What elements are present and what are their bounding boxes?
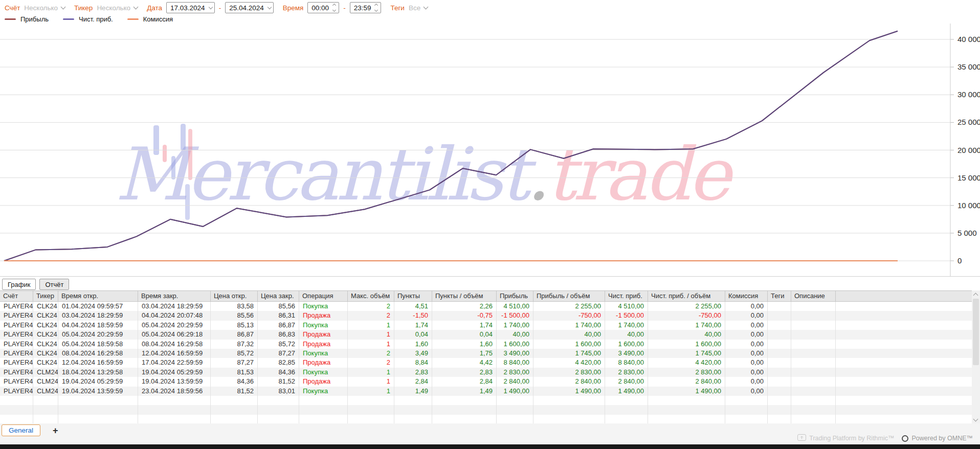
table-cell: Продажа: [299, 358, 348, 367]
table-cell: -0,75: [432, 311, 497, 320]
scroll-down-icon[interactable]: [973, 417, 978, 422]
table-scrollbar[interactable]: [972, 290, 980, 424]
tab-chart[interactable]: График: [2, 279, 36, 290]
table-row[interactable]: PLAYER4CLM2419.04.2024 13:59:5923.04.202…: [0, 387, 972, 396]
table-cell: 85,72: [211, 349, 258, 358]
account-filter-label: Счёт: [5, 4, 20, 12]
table-cell: 4,51: [394, 302, 432, 311]
table-cell: Покупка: [299, 368, 348, 377]
table-cell: [791, 415, 836, 424]
column-header[interactable]: Прибыль: [497, 291, 533, 301]
column-header[interactable]: Счёт: [0, 291, 33, 301]
table-cell: 85,13: [211, 321, 258, 330]
table-cell: 40,00: [497, 330, 533, 339]
column-header[interactable]: Операция: [299, 291, 348, 301]
table-row[interactable]: PLAYER4CLK2404.04.2024 18:59:5905.04.202…: [0, 321, 972, 330]
column-header[interactable]: Чист. приб. / объём: [648, 291, 725, 301]
table-row[interactable]: [0, 405, 972, 414]
tags-filter-dropdown[interactable]: Все: [409, 4, 428, 12]
table-cell: 2,84: [394, 377, 432, 386]
table-cell: 4 420,00: [648, 358, 725, 367]
time-to-spinner[interactable]: [374, 4, 378, 11]
time-to-input[interactable]: 23:59: [350, 2, 382, 13]
date-to-input[interactable]: 25.04.2024: [225, 2, 274, 13]
table-cell: [533, 415, 605, 424]
table-row[interactable]: PLAYER4CLK2412.04.2024 16:59:5917.04.202…: [0, 358, 972, 367]
table-cell: [791, 368, 836, 377]
time-from-spinner[interactable]: [332, 4, 337, 11]
spinner-up-icon[interactable]: [374, 4, 378, 7]
table-cell-filler: [836, 302, 972, 311]
table-cell: CLM24: [33, 368, 58, 377]
table-row[interactable]: PLAYER4CLM2418.04.2024 13:29:5819.04.202…: [0, 368, 972, 377]
column-header[interactable]: Пункты: [394, 291, 432, 301]
account-filter-dropdown[interactable]: Несколько: [24, 4, 65, 12]
column-header[interactable]: Прибыль / объём: [533, 291, 605, 301]
table-cell: 40,00: [648, 330, 725, 339]
rithmic-text: Trading Platform by Rithmic™: [809, 435, 894, 442]
tab-general[interactable]: General: [2, 424, 40, 436]
table-cell: 01.04.2024 09:59:57: [58, 302, 138, 311]
scroll-up-icon[interactable]: [973, 293, 978, 298]
column-header[interactable]: Время закр.: [138, 291, 211, 301]
table-cell: 1 490,00: [497, 387, 533, 396]
ticker-filter-dropdown[interactable]: Несколько: [97, 4, 138, 12]
table-row[interactable]: [0, 396, 972, 405]
table-row[interactable]: PLAYER4CLK2401.04.2024 09:59:5703.04.202…: [0, 302, 972, 311]
date-from-input[interactable]: 17.03.2024: [166, 2, 215, 13]
table-cell: [768, 368, 791, 377]
scrollbar-thumb[interactable]: [973, 299, 979, 365]
table-cell: [0, 405, 33, 414]
column-header[interactable]: Чист. приб.: [605, 291, 648, 301]
spinner-down-icon[interactable]: [332, 8, 336, 12]
table-cell: 3 490,00: [605, 349, 648, 358]
table-row[interactable]: PLAYER4CLK2405.04.2024 18:59:5808.04.202…: [0, 340, 972, 349]
column-header[interactable]: Цена откр.: [211, 291, 258, 301]
column-header[interactable]: Пункты / объём: [432, 291, 497, 301]
table-cell: [791, 340, 836, 349]
legend-item[interactable]: Комиссия: [127, 15, 173, 23]
table-cell: 0,00: [725, 340, 768, 349]
column-header[interactable]: Описание: [791, 291, 836, 301]
column-header[interactable]: Время откр.: [58, 291, 138, 301]
bottom-dark-strip: [0, 444, 980, 449]
table-row[interactable]: PLAYER4CLK2405.04.2024 20:29:5905.04.202…: [0, 330, 972, 339]
column-header[interactable]: Теги: [768, 291, 791, 301]
column-header[interactable]: Комиссия: [725, 291, 768, 301]
table-cell: 2: [348, 358, 394, 367]
add-tab-button[interactable]: +: [53, 425, 58, 436]
table-cell: 1 740,00: [605, 321, 648, 330]
legend-item[interactable]: Чист. приб.: [63, 15, 113, 23]
table-row[interactable]: PLAYER4CLM2419.04.2024 05:29:5919.04.202…: [0, 377, 972, 386]
legend-item[interactable]: Прибыль: [5, 15, 49, 23]
table-cell: [58, 405, 138, 414]
table-cell: [0, 415, 33, 424]
chart-legend: ПрибыльЧист. приб.Комиссия: [5, 15, 173, 24]
column-header[interactable]: Тикер: [33, 291, 58, 301]
time-range-dash: -: [343, 4, 346, 12]
tab-report[interactable]: Отчёт: [39, 279, 69, 290]
table-row[interactable]: PLAYER4CLK2403.04.2024 18:29:5904.04.202…: [0, 311, 972, 320]
table-cell: 05.04.2024 18:59:58: [58, 340, 138, 349]
table-cell-filler: [836, 415, 972, 424]
table-cell: [258, 396, 299, 405]
spinner-up-icon[interactable]: [332, 4, 336, 7]
table-row[interactable]: PLAYER4CLK2408.04.2024 16:29:5812.04.202…: [0, 349, 972, 358]
table-cell: PLAYER4: [0, 302, 33, 311]
table-cell: 2 255,00: [533, 302, 605, 311]
table-cell-filler: [836, 340, 972, 349]
table-cell: 87,27: [258, 349, 299, 358]
chevron-down-icon: [424, 5, 429, 10]
table-cell: 2: [348, 302, 394, 311]
table-cell: 0,00: [725, 377, 768, 386]
time-from-input[interactable]: 00:00: [307, 2, 339, 13]
legend-swatch-icon: [5, 18, 16, 20]
spinner-down-icon[interactable]: [374, 8, 378, 12]
table-cell: 1: [348, 340, 394, 349]
table-cell: 18.04.2024 13:29:58: [58, 368, 138, 377]
column-header[interactable]: Цена закр.: [258, 291, 299, 301]
column-header[interactable]: Макс. объём: [348, 291, 394, 301]
table-row[interactable]: [0, 415, 972, 424]
table-cell: 2,26: [432, 302, 497, 311]
table-cell: [791, 302, 836, 311]
